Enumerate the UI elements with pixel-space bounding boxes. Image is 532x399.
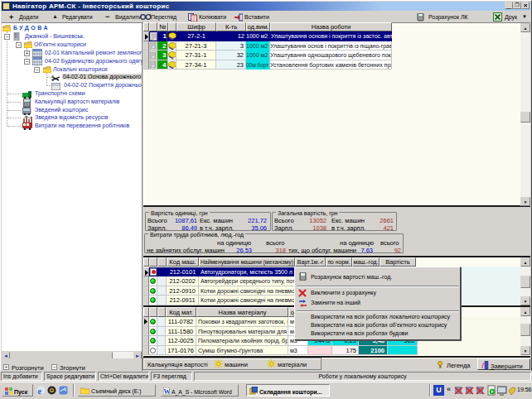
svg-text:e: e [38,387,42,396]
svg-text:W: W [164,388,171,396]
